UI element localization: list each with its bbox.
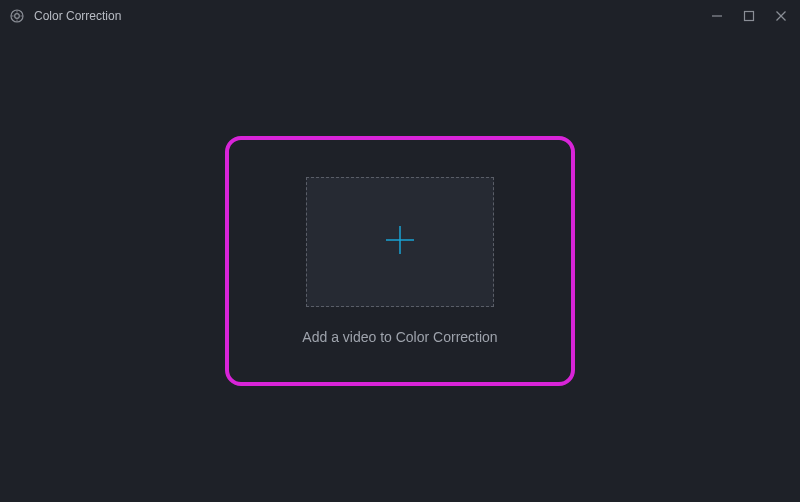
add-video-dropzone[interactable] — [306, 177, 494, 307]
helper-text: Add a video to Color Correction — [302, 329, 497, 345]
close-button[interactable] — [774, 9, 788, 23]
plus-icon — [382, 222, 418, 262]
svg-point-1 — [15, 14, 20, 19]
titlebar: Color Correction — [0, 0, 800, 32]
app-icon — [8, 7, 26, 25]
highlight-annotation: Add a video to Color Correction — [225, 136, 575, 386]
window-title: Color Correction — [34, 9, 121, 23]
window-controls — [710, 9, 792, 23]
svg-rect-3 — [745, 12, 754, 21]
minimize-button[interactable] — [710, 9, 724, 23]
main-content: Add a video to Color Correction — [0, 32, 800, 502]
maximize-button[interactable] — [742, 9, 756, 23]
